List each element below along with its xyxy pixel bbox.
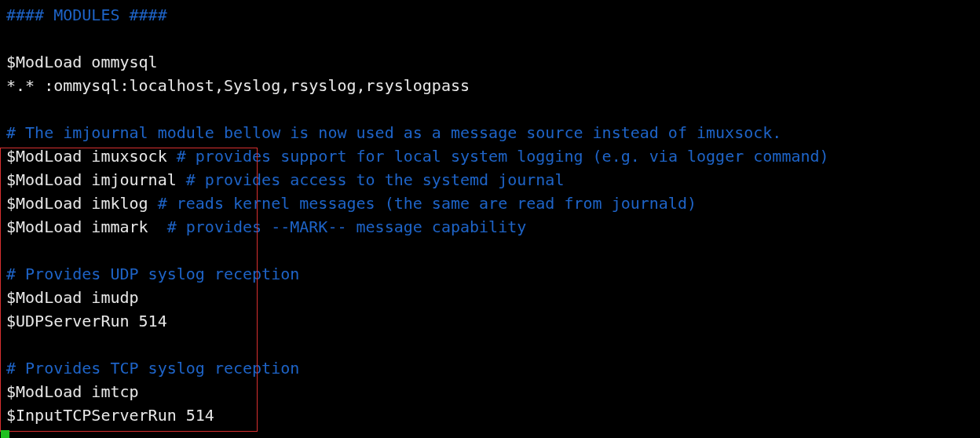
terminal-line: $ModLoad immark # provides --MARK-- mess…: [6, 215, 977, 239]
comment-text: # provides access to the systemd journal: [186, 170, 565, 189]
terminal-line: $ModLoad imudp: [6, 286, 977, 309]
terminal-line: # Provides UDP syslog reception: [6, 262, 977, 286]
terminal-line: # The imjournal module bellow is now use…: [6, 121, 977, 144]
comment-text: # provides support for local system logg…: [177, 147, 829, 166]
terminal-line: [6, 333, 977, 356]
terminal-line: $ModLoad imklog # reads kernel messages …: [6, 192, 977, 215]
terminal-line: [6, 97, 977, 121]
config-text: *.* :ommysql:localhost,Syslog,rsyslog,rs…: [6, 76, 470, 95]
terminal-line: $ModLoad ommysql: [6, 50, 977, 74]
terminal-line: # Provides TCP syslog reception: [6, 356, 977, 380]
terminal-line: $ModLoad imuxsock # provides support for…: [6, 144, 977, 168]
terminal-line: $UDPServerRun 514: [6, 309, 977, 333]
editor-cursor: [1, 430, 9, 438]
terminal-line: $InputTCPServerRun 514: [6, 403, 977, 427]
terminal-line: $ModLoad imtcp: [6, 380, 977, 403]
comment-text: # reads kernel messages (the same are re…: [158, 194, 697, 213]
terminal-editor[interactable]: #### MODULES #### $ModLoad ommysql*.* :o…: [0, 0, 980, 430]
config-text: $InputTCPServerRun 514: [6, 406, 214, 425]
terminal-line: #### MODULES ####: [6, 3, 977, 27]
terminal-line: [6, 239, 977, 262]
config-text: $ModLoad ommysql: [6, 53, 158, 71]
config-text: $ModLoad imuxsock: [6, 147, 177, 166]
config-text: $ModLoad immark: [6, 217, 167, 236]
terminal-line: *.* :ommysql:localhost,Syslog,rsyslog,rs…: [6, 74, 977, 97]
config-text: $ModLoad imudp: [6, 288, 139, 307]
config-text: $ModLoad imjournal: [6, 170, 186, 189]
comment-text: # Provides UDP syslog reception: [6, 265, 299, 283]
terminal-line: [6, 27, 977, 50]
comment-text: # provides --MARK-- message capability: [167, 217, 527, 236]
comment-text: # The imjournal module bellow is now use…: [6, 123, 781, 142]
terminal-line: $ModLoad imjournal # provides access to …: [6, 168, 977, 192]
config-text: $ModLoad imtcp: [6, 382, 139, 401]
config-text: $UDPServerRun 514: [6, 312, 167, 330]
config-text: $ModLoad imklog: [6, 194, 158, 213]
comment-text: # Provides TCP syslog reception: [6, 359, 299, 378]
comment-text: #### MODULES ####: [6, 5, 167, 24]
